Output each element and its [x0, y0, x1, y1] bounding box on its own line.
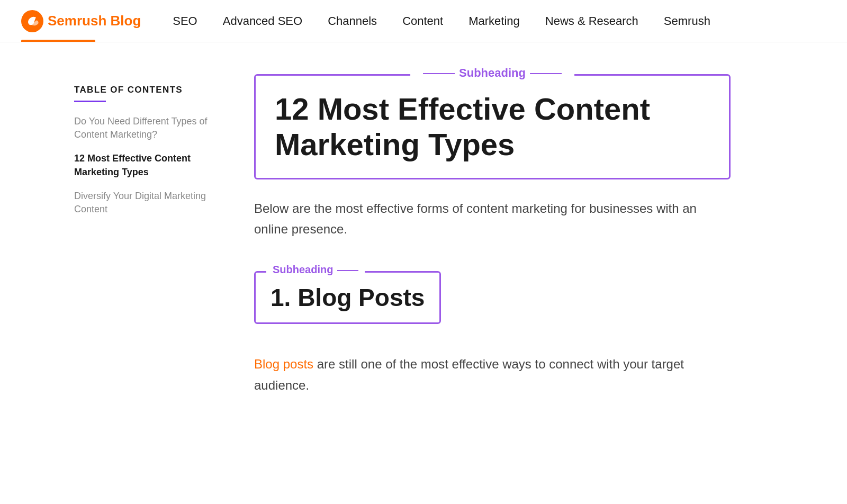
nav-link-channels[interactable]: Channels: [328, 14, 377, 28]
toc-link-1[interactable]: Do You Need Different Types of Content M…: [74, 116, 208, 140]
nav-link-marketing[interactable]: Marketing: [468, 14, 520, 28]
toc-title: TABLE OF CONTENTS: [74, 85, 222, 95]
toc-item-2[interactable]: 12 Most Effective Content Marketing Type…: [74, 152, 222, 178]
navbar: Semrush Blog SEO Advanced SEO Channels C…: [0, 0, 847, 42]
section2-subheading-label: Subheading: [266, 264, 365, 276]
section2-heading-box: Subheading 1. Blog Posts: [254, 271, 441, 324]
toc-link-2[interactable]: 12 Most Effective Content Marketing Type…: [74, 153, 191, 177]
toc-item-1[interactable]: Do You Need Different Types of Content M…: [74, 115, 222, 141]
nav-item-seo[interactable]: SEO: [173, 14, 197, 28]
main-content: Subheading 12 Most Effective Content Mar…: [254, 74, 731, 395]
section1-heading: 12 Most Effective Content Marketing Type…: [275, 92, 710, 162]
nav-item-advanced-seo[interactable]: Advanced SEO: [223, 14, 302, 28]
nav-item-news-research[interactable]: News & Research: [545, 14, 638, 28]
blog-posts-rest: are still one of the most effective ways…: [254, 357, 684, 392]
toc-link-3[interactable]: Diversify Your Digital Marketing Content: [74, 191, 206, 214]
section1-subheading-label: Subheading: [410, 66, 574, 80]
toc-item-3[interactable]: Diversify Your Digital Marketing Content: [74, 190, 222, 216]
section1-description: Below are the most effective forms of co…: [254, 199, 731, 239]
toc-list: Do You Need Different Types of Content M…: [74, 115, 222, 216]
brand-name-plain: Semrush: [48, 13, 106, 29]
nav-item-channels[interactable]: Channels: [328, 14, 377, 28]
section2-heading-wrapper: Subheading 1. Blog Posts: [254, 271, 731, 339]
section2-paragraph: Blog posts are still one of the most eff…: [254, 354, 731, 395]
brand-name-colored: Blog: [111, 13, 141, 29]
nav-item-semrush[interactable]: Semrush: [664, 14, 710, 28]
blog-posts-highlight: Blog posts: [254, 357, 313, 371]
nav-active-underline: [21, 40, 95, 42]
nav-link-news-research[interactable]: News & Research: [545, 14, 638, 28]
section1-heading-box: Subheading 12 Most Effective Content Mar…: [254, 74, 731, 179]
section2-heading: 1. Blog Posts: [271, 283, 425, 312]
nav-link-semrush[interactable]: Semrush: [664, 14, 710, 28]
nav-link-content[interactable]: Content: [402, 14, 443, 28]
sidebar: TABLE OF CONTENTS Do You Need Different …: [74, 74, 222, 395]
brand-name: Semrush Blog: [48, 13, 141, 29]
brand-logo-link[interactable]: Semrush Blog: [21, 10, 141, 32]
nav-link-seo[interactable]: SEO: [173, 14, 197, 28]
nav-item-content[interactable]: Content: [402, 14, 443, 28]
nav-item-marketing[interactable]: Marketing: [468, 14, 520, 28]
toc-divider: [74, 101, 106, 102]
page-container: TABLE OF CONTENTS Do You Need Different …: [53, 42, 794, 427]
semrush-logo-icon: [21, 10, 43, 32]
nav-link-advanced-seo[interactable]: Advanced SEO: [223, 14, 302, 28]
nav-menu: SEO Advanced SEO Channels Content Market…: [173, 14, 710, 28]
